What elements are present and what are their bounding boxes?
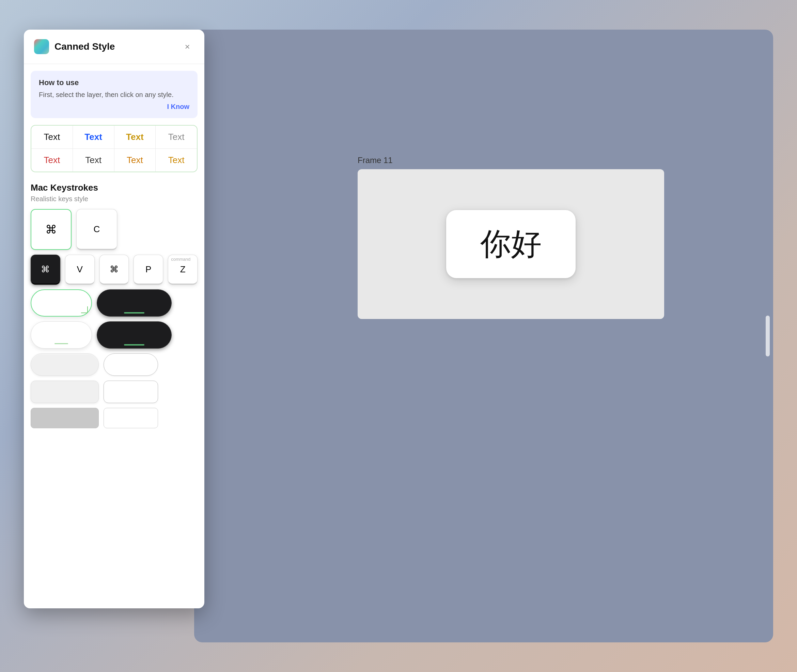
app-logo-icon [34, 39, 49, 54]
z-symbol: Z [180, 264, 186, 275]
flat-key-1[interactable] [30, 408, 99, 428]
mac-keystrokes-section: Mac Keystrokes Realistic keys style ⌘ C … [24, 176, 204, 608]
key-button-display: 你好 [446, 210, 576, 278]
keys-row-wide-1 [30, 290, 197, 317]
styles-row-1: Text Text Text Text [31, 126, 197, 149]
v-key[interactable]: V [65, 254, 95, 285]
style-cell-1-4[interactable]: Text [156, 126, 197, 149]
key-display-text: 你好 [480, 223, 542, 265]
rect-key-1[interactable] [30, 381, 99, 403]
keys-row-wide-2 [30, 322, 197, 349]
pill-key-1[interactable] [30, 354, 99, 376]
c-key-large[interactable]: C [76, 209, 117, 250]
wide-key-dark-2[interactable] [97, 322, 172, 349]
keys-row-medium: ⌘ V ⌘ P command Z [30, 254, 197, 285]
cmd-dark-symbol: ⌘ [41, 264, 50, 275]
frame-label: Frame 11 [358, 155, 393, 165]
v-symbol: V [77, 264, 83, 275]
style-cell-1-1[interactable]: Text [31, 126, 73, 149]
close-button[interactable]: × [181, 40, 194, 53]
i-know-button[interactable]: I Know [39, 103, 189, 110]
canvas-area: Frame 11 你好 [194, 30, 773, 642]
pill-key-outline-1[interactable] [104, 354, 158, 376]
c-symbol: C [94, 224, 100, 235]
cmd-key-2[interactable]: ⌘ [99, 254, 129, 285]
canvas-scrollbar[interactable] [766, 315, 770, 357]
section-title: Mac Keystrokes [30, 182, 197, 193]
style-cell-1-2[interactable]: Text [73, 126, 114, 149]
text-styles-grid: Text Text Text Text Text Text Text Text [30, 125, 197, 172]
style-cell-2-4[interactable]: Text [156, 149, 197, 171]
style-cell-1-3[interactable]: Text [114, 126, 156, 149]
keys-area: ⌘ C ⌘ V ⌘ [30, 209, 197, 428]
style-cell-2-2[interactable]: Text [73, 149, 114, 171]
section-subtitle: Realistic keys style [30, 195, 197, 203]
cmd-symbol: ⌘ [45, 222, 57, 236]
banner-description: First, select the layer, then click on a… [39, 90, 189, 99]
panel-title: Canned Style [55, 41, 181, 52]
keys-row-flat [30, 408, 197, 428]
style-cell-2-1[interactable]: Text [31, 149, 73, 171]
workspace: Frame 11 你好 Canned Style × How to use Fi… [24, 30, 773, 642]
style-cell-2-3[interactable]: Text [114, 149, 156, 171]
keys-row-pill-1 [30, 354, 197, 376]
rect-key-outline-1[interactable] [104, 381, 158, 403]
wide-key-light-2[interactable] [30, 322, 92, 349]
p-key[interactable]: P [133, 254, 163, 285]
p-symbol: P [146, 264, 151, 275]
cmd-symbol-2: ⌘ [110, 264, 119, 275]
z-key[interactable]: command Z [168, 254, 197, 285]
panel-header: Canned Style × [24, 30, 204, 64]
wide-key-dark-1[interactable] [97, 290, 172, 317]
styles-row-2: Text Text Text Text [31, 149, 197, 171]
cmd-key-dark[interactable]: ⌘ [30, 254, 60, 285]
frame-canvas: 你好 [358, 169, 664, 319]
keys-row-rect-1 [30, 381, 197, 403]
keys-row-large: ⌘ C [30, 209, 197, 250]
banner-title: How to use [39, 78, 189, 87]
command-mini-label: command [171, 257, 191, 262]
wide-key-light-1[interactable] [30, 290, 92, 317]
cmd-key-large[interactable]: ⌘ [30, 209, 72, 250]
how-to-banner: How to use First, select the layer, then… [30, 71, 197, 118]
flat-key-outline-1[interactable] [104, 408, 158, 428]
panel: Canned Style × How to use First, select … [24, 30, 204, 608]
